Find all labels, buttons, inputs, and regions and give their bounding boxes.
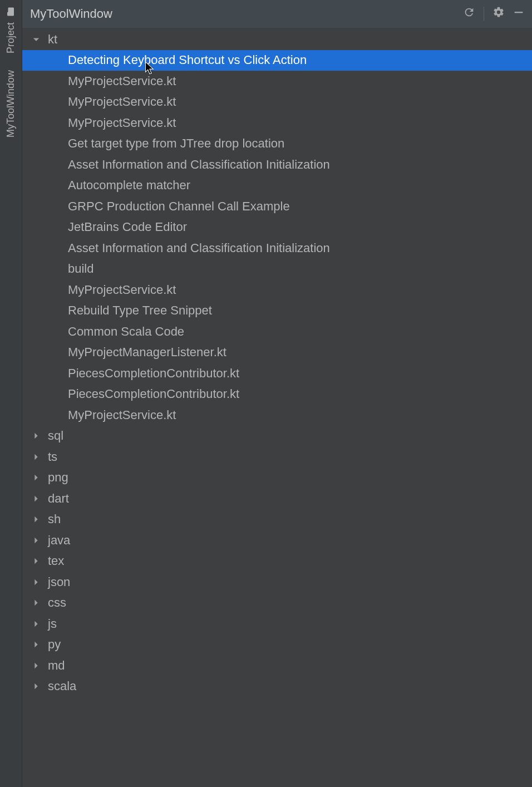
tree-view[interactable]: ktDetecting Keyboard Shortcut vs Click A… [22,28,532,787]
tree-item[interactable]: Get target type from JTree drop location [22,134,532,155]
chevron-right-icon[interactable] [30,618,42,630]
tree-folder[interactable]: png [22,468,532,489]
tree-label: java [48,533,70,548]
chevron-right-icon[interactable] [30,451,42,463]
tool-window-header: MyToolWindow [22,0,532,28]
tree-folder[interactable]: py [22,634,532,656]
tree-folder[interactable]: tex [22,551,532,572]
tree-item[interactable]: GRPC Production Channel Call Example [22,196,532,217]
tree-folder[interactable]: scala [22,676,532,697]
tree-label: MyProjectService.kt [68,74,176,88]
tree-label: kt [48,32,57,47]
tree-folder[interactable]: md [22,655,532,676]
tree-folder[interactable]: css [22,593,532,614]
tool-window-rail: Project MyToolWindow [0,0,22,787]
tree-folder[interactable]: ts [22,446,532,468]
rail-tab-project[interactable]: Project [2,0,20,61]
tree-label: build [68,262,93,276]
tree-folder[interactable]: js [22,613,532,634]
tree-item[interactable]: Detecting Keyboard Shortcut vs Click Act… [22,50,532,71]
tool-window-main: MyToolWindow ktDetecting Keyboard Shortc… [22,0,532,787]
chevron-right-icon[interactable] [30,430,42,442]
chevron-right-icon[interactable] [30,555,42,567]
tree-item[interactable]: Rebuild Type Tree Snippet [22,301,532,322]
tree-item[interactable]: MyProjectService.kt [22,112,532,134]
chevron-down-icon[interactable] [30,33,42,46]
tree-label: PiecesCompletionContributor.kt [68,366,239,381]
tree-folder[interactable]: json [22,572,532,593]
tree-item[interactable]: Common Scala Code [22,321,532,342]
refresh-icon [463,6,475,22]
tree-label: Common Scala Code [68,324,184,339]
tree-item[interactable]: PiecesCompletionContributor.kt [22,384,532,405]
tree-folder[interactable]: kt [22,29,532,50]
tree-label: MyProjectManagerListener.kt [68,345,226,360]
chevron-right-icon[interactable] [30,597,42,609]
tree-item[interactable]: MyProjectManagerListener.kt [22,342,532,363]
tree-label: MyProjectService.kt [68,95,176,109]
chevron-right-icon[interactable] [30,471,42,484]
header-divider [484,7,484,21]
tree-label: json [48,575,70,589]
tree-folder[interactable]: java [22,530,532,551]
tree-folder[interactable]: dart [22,488,532,509]
tree-item[interactable]: MyProjectService.kt [22,92,532,113]
refresh-button[interactable] [461,6,477,22]
svg-rect-0 [515,12,523,13]
tree-item[interactable]: build [22,259,532,280]
minimize-icon [513,6,525,22]
tree-item[interactable]: JetBrains Code Editor [22,217,532,238]
tree-label: MyProjectService.kt [68,116,176,130]
tree-label: css [48,596,66,610]
tree-label: scala [48,679,76,693]
chevron-right-icon[interactable] [30,638,42,651]
chevron-right-icon[interactable] [30,534,42,547]
rail-tab-label: Project [5,22,17,53]
tree-label: Asset Information and Classification Ini… [68,241,330,255]
chevron-right-icon[interactable] [30,660,42,672]
tree-label: MyProjectService.kt [68,283,176,297]
rail-tab-mytoolwindow[interactable]: MyToolWindow [2,63,20,145]
tree-item[interactable]: Autocomplete matcher [22,175,532,196]
chevron-right-icon[interactable] [30,513,42,525]
tool-window-title: MyToolWindow [30,7,457,21]
tree-label: MyProjectService.kt [68,408,176,422]
gear-icon [492,6,505,22]
tree-folder[interactable]: sql [22,426,532,447]
tree-item[interactable]: MyProjectService.kt [22,71,532,92]
tree-label: dart [48,491,69,506]
tree-label: sql [48,429,63,443]
tree-label: Asset Information and Classification Ini… [68,158,330,172]
tree-label: Autocomplete matcher [68,178,190,193]
tree-label: Detecting Keyboard Shortcut vs Click Act… [68,53,307,67]
settings-button[interactable] [491,6,506,22]
tree-folder[interactable]: sh [22,509,532,530]
tree-item[interactable]: MyProjectService.kt [22,405,532,426]
tree-item[interactable]: Asset Information and Classification Ini… [22,238,532,259]
tree-label: py [48,637,61,652]
tree-label: Rebuild Type Tree Snippet [68,303,212,318]
tree-label: PiecesCompletionContributor.kt [68,387,239,401]
minimize-button[interactable] [511,6,526,22]
tree-label: tex [48,554,64,568]
chevron-right-icon[interactable] [30,576,42,588]
tree-label: JetBrains Code Editor [68,220,187,234]
tree-item[interactable]: MyProjectService.kt [22,279,532,301]
tree-label: md [48,658,65,673]
tree-label: Get target type from JTree drop location [68,136,284,151]
chevron-right-icon[interactable] [30,493,42,505]
tree-item[interactable]: PiecesCompletionContributor.kt [22,363,532,384]
rail-tab-label: MyToolWindow [5,70,17,137]
chevron-right-icon[interactable] [30,680,42,692]
folder-icon [6,7,16,17]
tree-label: ts [48,450,57,464]
tree-label: sh [48,512,61,527]
tree-label: GRPC Production Channel Call Example [68,199,290,214]
tree-label: js [48,617,57,631]
tree-label: png [48,470,68,485]
tree-item[interactable]: Asset Information and Classification Ini… [22,154,532,175]
